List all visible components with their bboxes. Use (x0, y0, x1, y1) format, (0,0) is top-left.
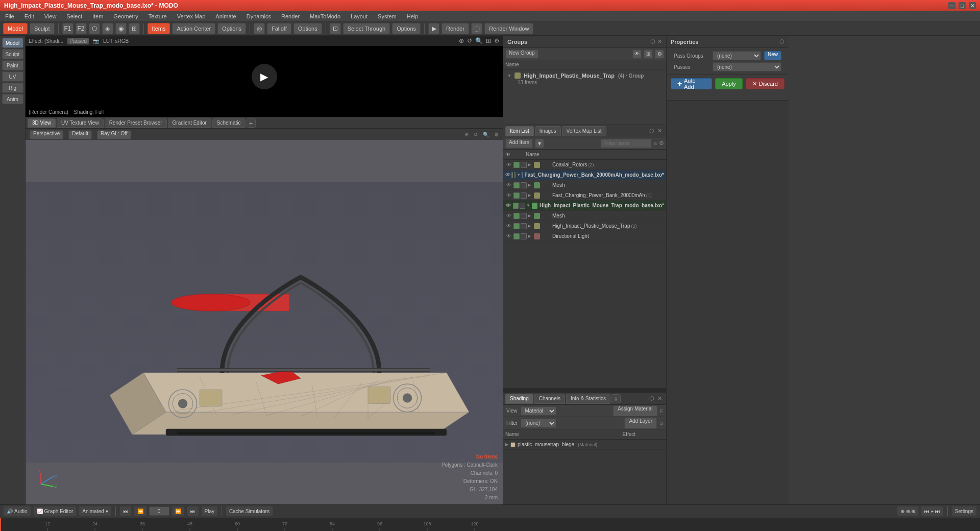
transport-end[interactable]: ⏭ (187, 506, 199, 516)
add-item-btn[interactable]: Add Item (505, 139, 533, 148)
perspective-btn[interactable]: Perspective (30, 130, 63, 139)
eye-icon-4[interactable]: 👁 (505, 192, 512, 199)
vis-check-4[interactable] (513, 192, 520, 199)
eye-icon-1[interactable]: 👁 (505, 161, 512, 168)
transport-prev[interactable]: ⏪ (134, 506, 147, 516)
view-ctrl-2[interactable]: ↺ (467, 37, 472, 44)
menu-texture[interactable]: Texture (146, 12, 169, 20)
expand-8[interactable]: ▶ (528, 234, 533, 238)
menu-vertexmap[interactable]: Vertex Map (175, 12, 208, 20)
mode-action-center[interactable]: Action Center (172, 23, 215, 34)
item-list-hscroll[interactable] (503, 388, 666, 392)
eye-icon-7[interactable]: 👁 (505, 223, 512, 230)
sidebar-mode-rig[interactable]: Rig (2, 83, 23, 93)
assign-material-btn[interactable]: Assign Material (613, 405, 657, 417)
transport-next[interactable]: ⏩ (172, 506, 185, 516)
filter-select[interactable]: (none) (521, 419, 556, 428)
minimize-btn[interactable]: ─ (948, 2, 955, 9)
timeline-transport2[interactable]: ⏮ ▶ ⏭ (921, 506, 944, 516)
menu-geometry[interactable]: Geometry (111, 12, 140, 20)
material-select[interactable]: Material (521, 406, 556, 416)
tool-icon4[interactable]: ⊞ (129, 23, 140, 34)
expand-6[interactable]: ▶ (528, 213, 533, 218)
tab-item-list[interactable]: Item List (505, 126, 534, 136)
vp-ctrl-rotate[interactable]: ↺ (474, 132, 478, 137)
lock-check-3[interactable] (521, 182, 527, 188)
close-btn[interactable]: ✕ (969, 2, 976, 9)
menu-animate[interactable]: Animate (213, 12, 238, 20)
apply-btn[interactable]: Apply (715, 78, 743, 89)
vis-check-2[interactable] (511, 172, 513, 178)
view-ctrl-5[interactable]: ⚙ (494, 37, 500, 44)
cache-simulators-btn[interactable]: Cache Simulators (226, 506, 273, 516)
filter-items-input[interactable] (601, 139, 652, 148)
passes-select[interactable]: (none) (713, 62, 781, 71)
view-ctrl-3[interactable]: 🔍 (475, 37, 483, 44)
groups-expand-icon[interactable]: ⬡ (650, 38, 655, 45)
menu-render[interactable]: Render (279, 12, 302, 20)
mode-model[interactable]: Model (3, 23, 28, 34)
menu-layout[interactable]: Layout (349, 12, 370, 20)
tab-shading[interactable]: Shading (505, 394, 533, 404)
material-row-1[interactable]: ▶ plastic_mousetrap_biege (Material) (503, 440, 666, 450)
group-row-main[interactable]: ▼ High_Impact_Plastic_Mouse_Trap (4) · G… (505, 71, 664, 80)
viewport-inner[interactable]: X Z Y No Items Polygons : Catmull-Clark … (26, 140, 503, 504)
expand-mat-1[interactable]: ▶ (505, 442, 508, 447)
options-3[interactable]: Options (392, 23, 421, 34)
pass-new-btn[interactable]: New (764, 51, 781, 60)
groups-icon1[interactable]: 👁 (632, 50, 642, 59)
tab-uv-view[interactable]: UV Texture View (57, 118, 104, 128)
graph-editor-btn[interactable]: 📈 Graph Editor (33, 506, 77, 516)
sidebar-mode-paint[interactable]: Paint (2, 60, 23, 70)
view-ctrl-4[interactable]: ⊞ (486, 37, 491, 44)
tab-3d-view[interactable]: 3D View (28, 118, 56, 128)
lock-check-5[interactable] (520, 203, 525, 209)
animated-btn[interactable]: Animated ▾ (79, 506, 111, 516)
lock-check-6[interactable] (521, 213, 527, 219)
expand-3[interactable]: ▶ (528, 183, 533, 187)
vis-check-5[interactable] (513, 203, 519, 209)
menu-dynamics[interactable]: Dynamics (244, 12, 273, 20)
vp-ctrl-zoom[interactable]: 🔍 (483, 132, 489, 137)
sidebar-mode-sculpt[interactable]: Sculpt (2, 49, 23, 59)
expand-2[interactable]: ▼ (517, 173, 521, 177)
maximize-btn[interactable]: □ (959, 2, 966, 9)
tool-icon1[interactable]: ⬡ (89, 23, 100, 34)
groups-icon2[interactable]: ⊞ (644, 50, 653, 59)
timeline-keyframe-btns[interactable]: ⊕ ⊕ ⊕ (897, 506, 919, 516)
shading-close[interactable]: ✕ (657, 395, 662, 402)
tab-info-stats[interactable]: Info & Statistics (566, 394, 610, 404)
expand-7[interactable]: ▶ (528, 224, 533, 228)
vis-check-8[interactable] (513, 233, 520, 239)
vp-ctrl-settings[interactable]: ⚙ (494, 132, 499, 137)
item-row-6[interactable]: 👁 ▶ Mesh (503, 211, 666, 221)
vis-check-6[interactable] (513, 213, 520, 219)
tab-vertex-map[interactable]: Vertex Map List (562, 126, 606, 136)
props-expand[interactable]: ⬡ (779, 38, 785, 45)
select-through-icon[interactable]: ⊡ (330, 23, 341, 34)
options-2[interactable]: Options (293, 23, 322, 34)
eye-icon-3[interactable]: 👁 (505, 182, 512, 189)
new-group-btn[interactable]: New Group (505, 50, 538, 59)
shading-expand[interactable]: ⬡ (649, 395, 654, 402)
ray-gl-btn[interactable]: Ray GL: Off (97, 130, 131, 139)
tool-icon3[interactable]: ◉ (115, 23, 127, 34)
add-item-dropdown[interactable]: ▾ (535, 139, 544, 148)
select-through[interactable]: Select Through (343, 23, 390, 34)
vp-ctrl-orbit[interactable]: ⊕ (464, 132, 469, 137)
shading-tab-add[interactable]: + (611, 394, 621, 403)
lock-check-2[interactable] (514, 172, 516, 178)
item-row-5[interactable]: 👁 ▼ High_Impact_Plastic_Mouse_Trap_modo_… (503, 201, 666, 211)
falloff-icon[interactable]: ◎ (254, 23, 265, 34)
eye-icon-6[interactable]: 👁 (505, 212, 512, 220)
item-row-3[interactable]: 👁 ▶ Mesh (503, 180, 666, 190)
vis-check-1[interactable] (513, 162, 520, 168)
item-row-8[interactable]: 👁 ▶ Directional Light (503, 231, 666, 242)
tab-schematic[interactable]: Schematic (212, 118, 246, 128)
eye-icon-8[interactable]: 👁 (505, 233, 512, 240)
render-window[interactable]: Render Window (484, 23, 533, 34)
options-1[interactable]: Options (217, 23, 246, 34)
sidebar-mode-uv[interactable]: UV (2, 71, 23, 82)
eye-icon-2[interactable]: 👁 (505, 172, 510, 179)
item-list-settings[interactable]: ⚙ (659, 140, 664, 147)
